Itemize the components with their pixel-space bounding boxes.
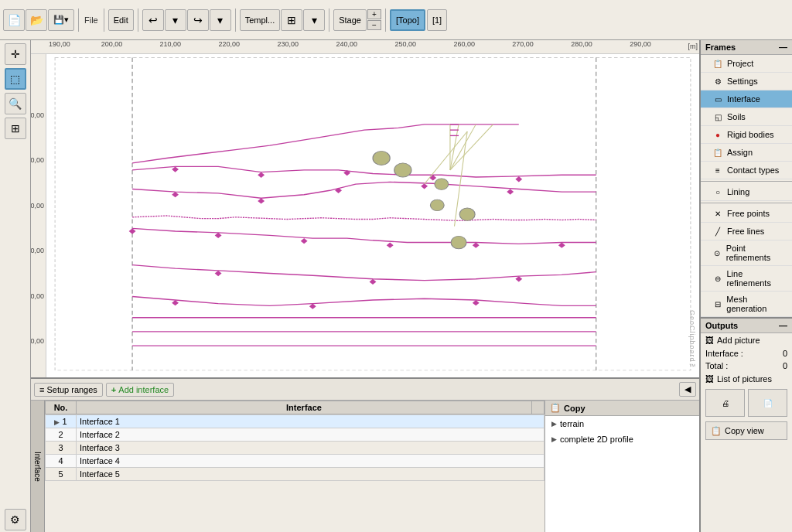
clipboard-title: Copy <box>564 404 585 413</box>
print-button[interactable]: 🖨 <box>705 389 745 417</box>
list-pictures-label: List of pictures <box>717 374 772 384</box>
topo-button[interactable]: [Topo] <box>390 9 425 31</box>
table-row[interactable]: 2 Interface 2 <box>46 428 544 442</box>
move-tool[interactable]: ✛ <box>5 43 26 65</box>
ruler-mark-20: 20,00 <box>31 337 44 345</box>
bottom-toolbar: ≡ Setup ranges + Add interface ◀ <box>31 379 699 401</box>
free-lines-icon: ╱ <box>712 226 724 237</box>
setup-ranges-icon: ≡ <box>39 385 44 394</box>
frame-settings[interactable]: ⚙ Settings <box>701 73 792 90</box>
main-layout: ✛ ⬚ 🔍 ⊞ ⚙ 190,00 200,00 210,00 220,00 23… <box>0 40 792 532</box>
copy-layout-btn[interactable]: ⊞ <box>281 9 302 31</box>
svg-marker-14 <box>421 183 428 189</box>
frame-assign-label: Assign <box>727 148 753 157</box>
undo-dropdown[interactable]: ▾ <box>165 9 186 31</box>
frame-free-lines[interactable]: ╱ Free lines <box>701 223 792 240</box>
add-interface-button[interactable]: + Add interface <box>106 383 174 397</box>
add-picture-row[interactable]: 🖼 Add picture <box>701 333 792 347</box>
sep1 <box>78 9 79 32</box>
canvas-area[interactable]: 190,00 200,00 210,00 220,00 230,00 240,0… <box>31 40 699 377</box>
svg-marker-7 <box>258 172 265 178</box>
table-row[interactable]: ▶ 1 Interface 1 <box>46 415 544 428</box>
edit-button[interactable]: Edit <box>108 9 134 31</box>
frames-collapse[interactable]: — <box>779 43 787 52</box>
frame-assign[interactable]: 📋 Assign <box>701 144 792 162</box>
copy-view-button[interactable]: 📋 Copy view <box>705 421 787 440</box>
stage-num-button[interactable]: [1] <box>427 9 447 31</box>
snap-tool[interactable]: ⊞ <box>5 118 26 139</box>
template-button[interactable]: Templ... <box>240 9 281 31</box>
project-icon: 📋 <box>712 58 724 69</box>
open-button[interactable]: 📂 <box>26 9 47 31</box>
ruler-top-marks: 190,00 200,00 210,00 220,00 230,00 240,0… <box>46 40 699 54</box>
row-no: 4 <box>46 455 77 468</box>
ruler-mark-70: 70,00 <box>31 111 44 119</box>
select-tool[interactable]: ⬚ <box>5 68 26 90</box>
frame-point-refinements[interactable]: ⊙ Point refinements <box>701 240 792 266</box>
add-interface-label: Add interface <box>118 385 169 394</box>
frames-divider2 <box>701 203 792 203</box>
svg-marker-19 <box>387 243 394 248</box>
redo-dropdown[interactable]: ▾ <box>210 9 231 31</box>
save-button[interactable]: 💾▾ <box>48 9 74 31</box>
new-button[interactable]: 📄 <box>3 9 25 31</box>
clipboard-item-2d-profile[interactable]: ▶ complete 2D profile <box>545 431 699 447</box>
row-name: Interface 5 <box>77 468 544 481</box>
stage-down[interactable]: − <box>367 20 381 30</box>
frame-project[interactable]: 📋 Project <box>701 55 792 73</box>
ruler-top: 190,00 200,00 210,00 220,00 230,00 240,0… <box>31 40 699 54</box>
settings-tool[interactable]: ⚙ <box>5 509 26 530</box>
interface-table-body: ▶ 1 Interface 1 2 Interface 2 3 Interfac… <box>45 414 544 481</box>
frame-interface[interactable]: ▭ Interface <box>701 90 792 108</box>
ruler-mark-230: 230,00 <box>278 40 299 48</box>
geo-watermark: GeoClipboard™ <box>688 310 696 371</box>
stage-button[interactable]: Stage <box>333 9 367 31</box>
interface-vertical-tab[interactable]: Interface <box>31 401 45 532</box>
frame-line-refinements-label: Line refinements <box>726 269 787 288</box>
table-row[interactable]: 5 Interface 5 <box>46 468 544 481</box>
ruler-mark-50: 50,00 <box>31 202 44 210</box>
ruler-mark-200: 200,00 <box>101 40 123 48</box>
drawing-canvas[interactable] <box>46 54 699 377</box>
undo-button[interactable]: ↩ <box>142 9 164 31</box>
row-name: Interface 1 <box>77 415 544 428</box>
zoom-tool[interactable]: 🔍 <box>5 93 26 114</box>
table-scroll[interactable]: ▶ 1 Interface 1 2 Interface 2 3 Interfac… <box>45 414 544 532</box>
outputs-collapse[interactable]: — <box>779 321 787 330</box>
svg-marker-15 <box>507 189 514 194</box>
list-pictures-row[interactable]: 🖼 List of pictures <box>701 372 792 386</box>
stage-up[interactable]: + <box>367 9 381 19</box>
free-points-icon: ✕ <box>712 208 724 219</box>
table-row[interactable]: 3 Interface 3 <box>46 442 544 455</box>
copy-layout-dropdown[interactable]: ▾ <box>303 9 325 31</box>
frame-mesh-generation[interactable]: ⊟ Mesh generation <box>701 292 792 317</box>
frame-line-refinements[interactable]: ⊖ Line refinements <box>701 266 792 292</box>
frame-contact-types-label: Contact types <box>727 165 779 175</box>
collapse-bottom-btn[interactable]: ◀ <box>679 382 696 397</box>
ruler-mark-250: 250,00 <box>394 40 416 48</box>
frame-soils[interactable]: ◱ Soils <box>701 108 792 126</box>
sep6 <box>385 9 386 32</box>
total-count-row: Total : 0 <box>701 360 792 372</box>
setup-ranges-label: Setup ranges <box>46 385 97 394</box>
ruler-mark-60: 60,00 <box>31 156 44 164</box>
ruler-mark-290: 290,00 <box>630 40 651 48</box>
svg-point-36 <box>435 179 449 190</box>
col-interface: Interface <box>77 401 532 414</box>
frame-free-points[interactable]: ✕ Free points <box>701 205 792 223</box>
bottom-panel: ≡ Setup ranges + Add interface ◀ Interfa… <box>31 377 699 532</box>
list-pictures-icon: 🖼 <box>705 374 714 384</box>
frame-lining[interactable]: ○ Lining <box>701 183 792 201</box>
clipboard-item-terrain[interactable]: ▶ terrain <box>545 416 699 431</box>
copy-view-label: Copy view <box>725 426 764 435</box>
redo-button[interactable]: ↪ <box>187 9 209 31</box>
contact-types-icon: ≡ <box>712 165 724 176</box>
pdf-button[interactable]: 📄 <box>748 389 787 417</box>
table-row[interactable]: 4 Interface 4 <box>46 455 544 468</box>
stage-arrows: + − <box>367 9 381 30</box>
frame-contact-types[interactable]: ≡ Contact types <box>701 162 792 179</box>
frame-rigid-bodies[interactable]: ● Rigid bodies <box>701 126 792 144</box>
file-group: 📄 📂 💾▾ <box>3 9 74 31</box>
row-no: 3 <box>46 442 77 455</box>
setup-ranges-button[interactable]: ≡ Setup ranges <box>34 383 103 397</box>
